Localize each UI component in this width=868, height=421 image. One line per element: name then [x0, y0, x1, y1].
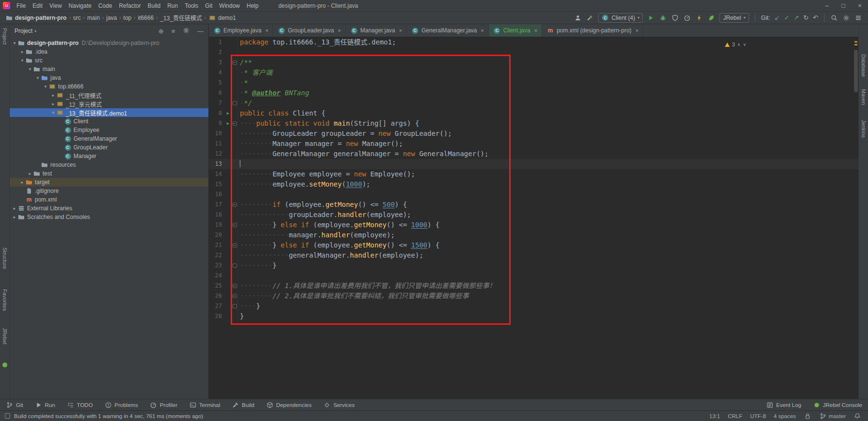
user-icon[interactable]	[574, 14, 582, 22]
breadcrumb-item[interactable]: design-pattern-pro	[4, 13, 68, 23]
chevron-down-icon[interactable]: ▾	[19, 58, 25, 63]
code-line[interactable]: 7·*/	[209, 98, 858, 108]
menu-edit[interactable]: Edit	[29, 1, 46, 11]
git-push-icon[interactable]: ↗	[794, 14, 799, 22]
git-commit-icon[interactable]: ✓	[784, 14, 789, 22]
editor-tab-Client.java[interactable]: CClient.java×	[489, 24, 542, 37]
git-history-icon[interactable]: ↻	[803, 14, 809, 22]
tree-item-resources[interactable]: resources	[10, 160, 208, 169]
toolwindow-toggle-icon[interactable]	[5, 413, 10, 419]
inspections-widget[interactable]: 3 ∧ ∨	[725, 40, 746, 50]
menu-git[interactable]: Git	[202, 1, 216, 11]
run-icon[interactable]	[647, 14, 655, 22]
tree-item-_11_代理模式[interactable]: ▸_11_代理模式	[10, 91, 208, 100]
code-line[interactable]: 21−········} else if (employee.getMoney(…	[209, 240, 858, 250]
toolwindow-button-todo[interactable]: TODO	[67, 401, 93, 409]
code-line[interactable]: 26−········// 2.具体是谁审批我们不需要纠结，我们只管审批需要做哪…	[209, 291, 858, 301]
collapse-all-icon[interactable]: ≡	[171, 28, 175, 35]
run-gutter[interactable]: ▶	[224, 118, 232, 129]
menu-code[interactable]: Code	[95, 1, 116, 11]
fold-gutter[interactable]: −	[232, 58, 238, 68]
stripe-tab-database[interactable]: Database	[861, 54, 867, 77]
run-line-icon[interactable]: ▶	[227, 108, 229, 118]
code-line[interactable]: 1package top.it6666._13_责任链模式.demo1;	[209, 37, 858, 47]
hide-panel-icon[interactable]: —	[197, 28, 204, 35]
menu-run[interactable]: Run	[164, 1, 181, 11]
code-line[interactable]: 3−/**	[209, 58, 858, 68]
tree-item-.gitignore[interactable]: .gitignore	[10, 187, 208, 195]
toolwindow-button-dependencies[interactable]: Dependencies	[266, 401, 312, 409]
chevron-down-icon[interactable]: ▾	[27, 67, 33, 72]
breadcrumb-item[interactable]: demo1	[207, 13, 237, 23]
stripe-tab-jenkins[interactable]: Jenkins	[861, 120, 867, 138]
maximize-button[interactable]: □	[835, 0, 852, 11]
jrebel-select[interactable]: JRebel▾	[720, 13, 749, 23]
git-branch-widget[interactable]: master	[819, 412, 846, 420]
toolwindow-button-services[interactable]: Services	[323, 401, 354, 409]
caret-position[interactable]: 13:1	[709, 413, 720, 419]
stripe-tab-project[interactable]: Project	[2, 28, 8, 44]
fold-collapse-icon[interactable]: −	[233, 243, 237, 247]
toolwindow-button-run[interactable]: Run	[35, 401, 55, 409]
toolwindow-button-jrebel-console[interactable]: JRebel Console	[813, 401, 862, 409]
tree-item-Client[interactable]: CClient	[10, 117, 208, 126]
tree-item-_12_享元模式[interactable]: ▸_12_享元模式	[10, 100, 208, 108]
toolwindow-button-profiler[interactable]: Profiler	[149, 401, 177, 409]
jrebel-icon[interactable]	[2, 363, 7, 367]
tree-item-GroupLeader[interactable]: CGroupLeader	[10, 143, 208, 152]
menu-view[interactable]: View	[46, 1, 65, 11]
fold-end-icon[interactable]	[233, 263, 237, 268]
tree-item-test[interactable]: ▸test	[10, 169, 208, 178]
code-line[interactable]: 28}	[209, 311, 858, 321]
code-line[interactable]: 16	[209, 189, 858, 200]
code-line[interactable]: 18············groupLeader.handler(employ…	[209, 210, 858, 220]
indent-style[interactable]: 4 spaces	[774, 413, 796, 419]
chevron-right-icon[interactable]: ▸	[19, 180, 25, 185]
breadcrumb-item[interactable]: _13_责任链模式	[159, 13, 204, 23]
tree-item-GeneralManager[interactable]: CGeneralManager	[10, 134, 208, 143]
status-message[interactable]: Build completed successfully with 1 warn…	[14, 413, 203, 419]
tree-item-pom.xml[interactable]: mpom.xml	[10, 195, 208, 204]
stripe-tab-maven[interactable]: Maven	[861, 89, 867, 105]
fold-collapse-icon[interactable]: −	[233, 294, 237, 298]
close-tab-icon[interactable]: ×	[635, 28, 638, 33]
tree-item-_13_责任链模式.demo1[interactable]: ▾_13_责任链模式.demo1	[10, 108, 208, 117]
menu-navigate[interactable]: Navigate	[65, 1, 95, 11]
run-configuration-select[interactable]: CClient (4)▾	[598, 13, 643, 23]
menu-icon[interactable]	[854, 14, 862, 22]
git-rollback-icon[interactable]: ↶	[813, 14, 818, 22]
git-update-icon[interactable]: ↙	[774, 14, 780, 22]
run-line-icon[interactable]: ▶	[227, 118, 229, 129]
tree-item-top.it6666[interactable]: ▾top.it6666	[10, 82, 208, 91]
editor-tab-GeneralManager.java[interactable]: CGeneralManager.java×	[407, 24, 488, 37]
line-separator[interactable]: CRLF	[728, 413, 742, 419]
fold-collapse-icon[interactable]: −	[233, 223, 237, 227]
chevron-right-icon[interactable]: ▸	[12, 206, 17, 211]
tree-item-Employee[interactable]: CEmployee	[10, 126, 208, 134]
fold-end-icon[interactable]	[233, 304, 237, 308]
prev-warning-icon[interactable]: ∧	[737, 40, 741, 50]
fold-gutter[interactable]	[232, 98, 238, 108]
tree-item-java[interactable]: ▾java	[10, 73, 208, 82]
tree-item-main[interactable]: ▾main	[10, 65, 208, 73]
code-line[interactable]: 8▶public class Client {	[209, 108, 858, 118]
code-editor[interactable]: 1package top.it6666._13_责任链模式.demo1;23−/…	[209, 37, 858, 399]
code-line[interactable]: 13	[209, 159, 858, 169]
notifications-icon[interactable]	[853, 412, 861, 420]
fold-collapse-icon[interactable]: −	[233, 284, 237, 288]
toolwindow-button-problems[interactable]: Problems	[104, 401, 138, 409]
menu-build[interactable]: Build	[144, 1, 164, 11]
file-encoding[interactable]: UTF-8	[750, 413, 766, 419]
code-line[interactable]: 12········GeneralManager generalManager …	[209, 149, 858, 159]
code-line[interactable]: 4·* 客户端	[209, 68, 858, 78]
stripe-tab-structure[interactable]: Structure	[2, 247, 8, 269]
debug-icon[interactable]	[659, 14, 667, 22]
editor-scrollbar[interactable]	[853, 37, 858, 399]
fold-gutter[interactable]: −	[232, 118, 238, 129]
tree-item-.idea[interactable]: ▸.idea	[10, 47, 208, 56]
toolwindow-button-git[interactable]: Git	[6, 401, 23, 409]
fold-collapse-icon[interactable]: −	[233, 60, 237, 65]
editor-tab-GroupLeader.java[interactable]: CGroupLeader.java×	[273, 24, 346, 37]
settings-gear-icon[interactable]	[842, 14, 850, 22]
tree-item-Manager[interactable]: CManager	[10, 152, 208, 160]
